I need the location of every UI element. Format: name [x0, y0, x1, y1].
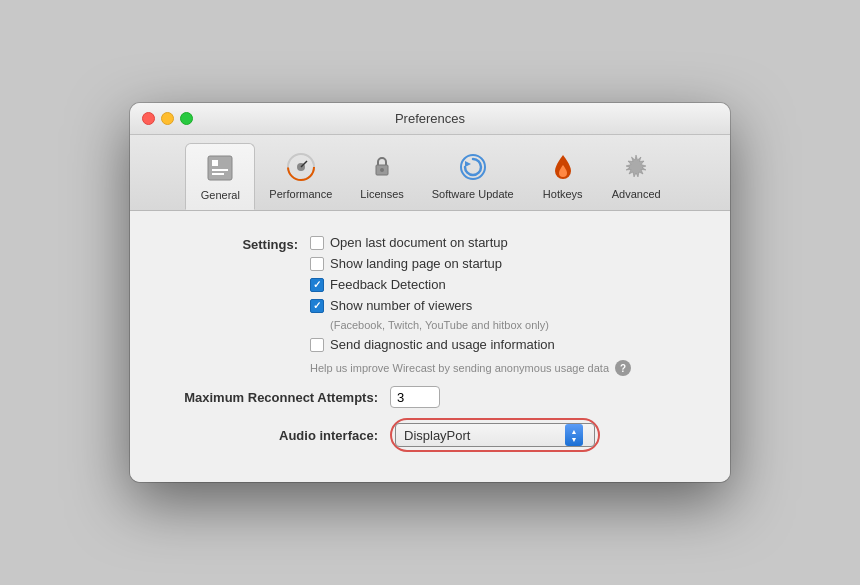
reconnect-input[interactable]	[390, 386, 440, 408]
traffic-lights	[142, 112, 193, 125]
tab-performance[interactable]: Performance	[255, 143, 346, 210]
select-container: DisplayPort Built-in Output HDMI System …	[395, 423, 595, 447]
licenses-icon	[364, 149, 400, 185]
svg-rect-3	[212, 173, 224, 175]
checkbox-feedback-label: Feedback Detection	[330, 277, 446, 292]
tab-advanced[interactable]: Advanced	[598, 143, 675, 210]
checkbox-row-open-last: Open last document on startup	[310, 235, 631, 250]
toolbar: General Performance	[130, 135, 730, 211]
advanced-icon	[618, 149, 654, 185]
preferences-window: Preferences General	[130, 103, 730, 482]
maximize-button[interactable]	[180, 112, 193, 125]
svg-point-9	[380, 168, 384, 172]
audio-row: Audio interface: DisplayPort Built-in Ou…	[160, 418, 700, 452]
reconnect-row: Maximum Reconnect Attempts:	[160, 386, 700, 408]
tab-advanced-label: Advanced	[612, 188, 661, 200]
tab-software-update[interactable]: Software Update	[418, 143, 528, 210]
checkbox-row-show-viewers: Show number of viewers	[310, 298, 631, 313]
svg-rect-0	[208, 156, 232, 180]
settings-controls: Open last document on startup Show landi…	[310, 235, 631, 376]
tab-performance-label: Performance	[269, 188, 332, 200]
checkbox-row-show-landing: Show landing page on startup	[310, 256, 631, 271]
tab-licenses-label: Licenses	[360, 188, 403, 200]
tab-hotkeys[interactable]: Hotkeys	[528, 143, 598, 210]
tab-licenses[interactable]: Licenses	[346, 143, 417, 210]
svg-rect-1	[212, 160, 218, 166]
help-row: Help us improve Wirecast by sending anon…	[310, 360, 631, 376]
titlebar: Preferences	[130, 103, 730, 135]
settings-label: Settings:	[160, 235, 310, 376]
checkbox-feedback[interactable]	[310, 278, 324, 292]
checkbox-row-diagnostic: Send diagnostic and usage information	[310, 337, 631, 352]
content-area: Settings: Open last document on startup …	[130, 211, 730, 482]
tab-software-update-label: Software Update	[432, 188, 514, 200]
audio-select-wrapper: DisplayPort Built-in Output HDMI System …	[390, 418, 600, 452]
performance-icon	[283, 149, 319, 185]
minimize-button[interactable]	[161, 112, 174, 125]
checkbox-show-landing[interactable]	[310, 257, 324, 271]
svg-rect-2	[212, 169, 228, 171]
help-badge[interactable]: ?	[615, 360, 631, 376]
audio-label: Audio interface:	[160, 428, 390, 443]
software-update-icon	[455, 149, 491, 185]
tab-general[interactable]: General	[185, 143, 255, 210]
audio-interface-select[interactable]: DisplayPort Built-in Output HDMI System …	[395, 423, 595, 447]
reconnect-label: Maximum Reconnect Attempts:	[160, 390, 390, 405]
help-text: Help us improve Wirecast by sending anon…	[310, 362, 609, 374]
checkbox-diagnostic-label: Send diagnostic and usage information	[330, 337, 555, 352]
checkbox-open-last-label: Open last document on startup	[330, 235, 508, 250]
checkbox-open-last[interactable]	[310, 236, 324, 250]
settings-section: Settings: Open last document on startup …	[160, 235, 700, 376]
checkbox-show-viewers-label: Show number of viewers	[330, 298, 472, 313]
close-button[interactable]	[142, 112, 155, 125]
checkbox-row-feedback: Feedback Detection	[310, 277, 631, 292]
window-title: Preferences	[395, 111, 465, 126]
checkbox-show-viewers[interactable]	[310, 299, 324, 313]
svg-marker-11	[465, 161, 471, 167]
tab-hotkeys-label: Hotkeys	[543, 188, 583, 200]
checkbox-show-landing-label: Show landing page on startup	[330, 256, 502, 271]
hotkeys-icon	[545, 149, 581, 185]
hint-text: (Facebook, Twitch, YouTube and hitbox on…	[330, 319, 631, 331]
tab-general-label: General	[201, 189, 240, 201]
checkbox-diagnostic[interactable]	[310, 338, 324, 352]
general-icon	[202, 150, 238, 186]
